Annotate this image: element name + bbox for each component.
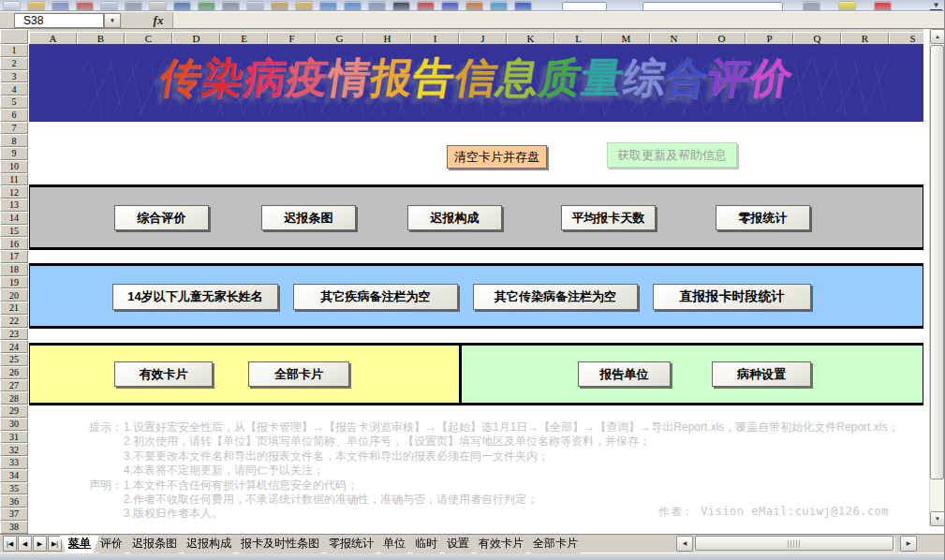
sort-descending-icon[interactable] [442, 2, 458, 11]
horizontal-scroll-thumb[interactable] [695, 536, 893, 551]
scroll-right-icon[interactable]: ▶ [900, 536, 917, 552]
row-header-11[interactable]: 11 [0, 173, 28, 186]
row-header-28[interactable]: 28 [0, 391, 28, 405]
row-header-19[interactable]: 19 [0, 276, 28, 289]
name-box[interactable]: S38 [14, 13, 104, 28]
row-header-7[interactable]: 7 [0, 122, 28, 135]
row-header-2[interactable]: 2 [0, 57, 28, 70]
print-preview-icon[interactable] [150, 2, 166, 11]
row-header-31[interactable]: 31 [0, 431, 28, 444]
row-header-26[interactable]: 26 [0, 366, 28, 379]
sort-ascending-icon[interactable] [418, 2, 434, 11]
sheet-tab-9[interactable]: 有效卡片 [470, 536, 532, 553]
cut-icon[interactable] [223, 2, 239, 11]
gray-row-button-0[interactable]: 综合评价 [114, 205, 209, 230]
format-painter-icon[interactable] [296, 2, 312, 11]
green-row-button-0[interactable]: 报告单位 [578, 361, 671, 387]
column-header-K[interactable]: K [507, 32, 554, 44]
row-header-25[interactable]: 25 [0, 353, 28, 366]
scroll-down-icon[interactable]: ▼ [930, 511, 945, 526]
sheet-tab-0[interactable]: 菜单 [60, 536, 99, 553]
hyperlink-icon[interactable] [369, 2, 385, 11]
borders-icon[interactable] [804, 2, 819, 11]
column-header-C[interactable]: C [125, 32, 172, 44]
blue-row-button-2[interactable]: 其它传染病备注栏为空 [473, 284, 638, 310]
row-header-38[interactable]: 38 [0, 521, 28, 534]
column-header-J[interactable]: J [459, 32, 507, 44]
blue-row-button-0[interactable]: 14岁以下儿童无家长姓名 [112, 284, 278, 310]
scroll-up-icon[interactable]: ▲ [930, 29, 945, 44]
save-icon[interactable] [52, 2, 68, 11]
column-header-H[interactable]: H [363, 32, 411, 44]
sheet-tab-4[interactable]: 报卡及时性条图 [232, 536, 328, 553]
autosum-icon[interactable] [393, 2, 409, 11]
gray-row-button-3[interactable]: 平均报卡天数 [561, 205, 656, 230]
blue-row-button-1[interactable]: 其它疾病备注栏为空 [293, 284, 458, 310]
row-header-10[interactable]: 10 [0, 160, 28, 173]
new-icon[interactable] [4, 2, 20, 11]
get-update-help-button[interactable]: 获取更新及帮助信息 [607, 142, 737, 168]
gray-row-button-1[interactable]: 迟报条图 [261, 205, 356, 230]
column-header-O[interactable]: O [698, 32, 746, 44]
row-header-23[interactable]: 23 [0, 328, 28, 341]
sheet-tab-2[interactable]: 迟报条图 [124, 536, 185, 553]
scroll-left-icon[interactable]: ◀ [676, 536, 693, 552]
blue-row-button-3[interactable]: 直报报卡时段统计 [653, 284, 811, 310]
sheet-tab-5[interactable]: 零报统计 [320, 536, 382, 553]
column-header-S[interactable]: S [889, 32, 923, 44]
column-header-P[interactable]: P [746, 32, 793, 44]
column-header-L[interactable]: L [554, 32, 602, 44]
row-header-5[interactable]: 5 [0, 96, 28, 109]
row-header-37[interactable]: 37 [0, 508, 28, 521]
row-header-27[interactable]: 27 [0, 379, 28, 392]
select-all-corner[interactable] [0, 29, 28, 44]
horizontal-scroll-track[interactable] [694, 536, 896, 552]
sheet-tab-3[interactable]: 迟报构成 [178, 536, 240, 553]
row-header-14[interactable]: 14 [0, 212, 28, 225]
research-icon[interactable] [199, 2, 214, 11]
column-header-N[interactable]: N [650, 32, 698, 44]
permission-icon[interactable] [77, 2, 93, 11]
clear-cards-save-button[interactable]: 清空卡片并存盘 [447, 145, 547, 169]
help-icon[interactable] [515, 2, 531, 11]
row-header-30[interactable]: 30 [0, 418, 28, 431]
row-header-36[interactable]: 36 [0, 494, 28, 508]
column-header-M[interactable]: M [602, 32, 650, 44]
row-header-1[interactable]: 1 [0, 44, 28, 57]
next-sheet-icon[interactable]: ▶ [33, 536, 47, 552]
row-header-29[interactable]: 29 [0, 405, 28, 418]
row-header-35[interactable]: 35 [0, 482, 28, 495]
undo-icon[interactable] [320, 2, 336, 11]
row-header-9[interactable]: 9 [0, 147, 28, 160]
row-header-21[interactable]: 21 [0, 302, 28, 315]
row-header-16[interactable]: 16 [0, 237, 28, 250]
vertical-scroll-thumb[interactable] [930, 45, 944, 479]
gray-row-button-2[interactable]: 迟报构成 [407, 205, 502, 230]
redo-icon[interactable] [345, 2, 361, 11]
column-header-A[interactable]: A [29, 32, 77, 44]
row-header-12[interactable]: 12 [0, 185, 28, 199]
row-header-4[interactable]: 4 [0, 82, 28, 96]
copy-icon[interactable] [247, 2, 263, 11]
column-header-I[interactable]: I [411, 32, 459, 44]
paste-icon[interactable] [272, 2, 288, 11]
zoom-box[interactable] [562, 2, 607, 11]
row-header-13[interactable]: 13 [0, 199, 28, 212]
column-header-G[interactable]: G [316, 32, 363, 44]
toolbar-options-icon[interactable]: ▾ [930, 0, 942, 11]
spelling-icon[interactable] [174, 2, 190, 11]
font-box[interactable] [642, 2, 783, 11]
chart-wizard-icon[interactable] [466, 2, 482, 11]
formula-input[interactable] [172, 12, 945, 28]
highlight-color-icon[interactable] [839, 2, 855, 11]
name-box-dropdown-icon[interactable]: ▼ [104, 13, 121, 28]
column-header-D[interactable]: D [172, 32, 220, 44]
prev-sheet-icon[interactable]: ◀ [18, 536, 32, 552]
row-header-20[interactable]: 20 [0, 288, 28, 302]
font-color-icon[interactable] [875, 2, 891, 11]
row-header-32[interactable]: 32 [0, 443, 28, 456]
column-header-F[interactable]: F [268, 32, 316, 44]
column-header-E[interactable]: E [220, 32, 268, 44]
row-header-22[interactable]: 22 [0, 315, 28, 328]
vertical-scrollbar[interactable]: ▲ ▼ [929, 29, 944, 526]
